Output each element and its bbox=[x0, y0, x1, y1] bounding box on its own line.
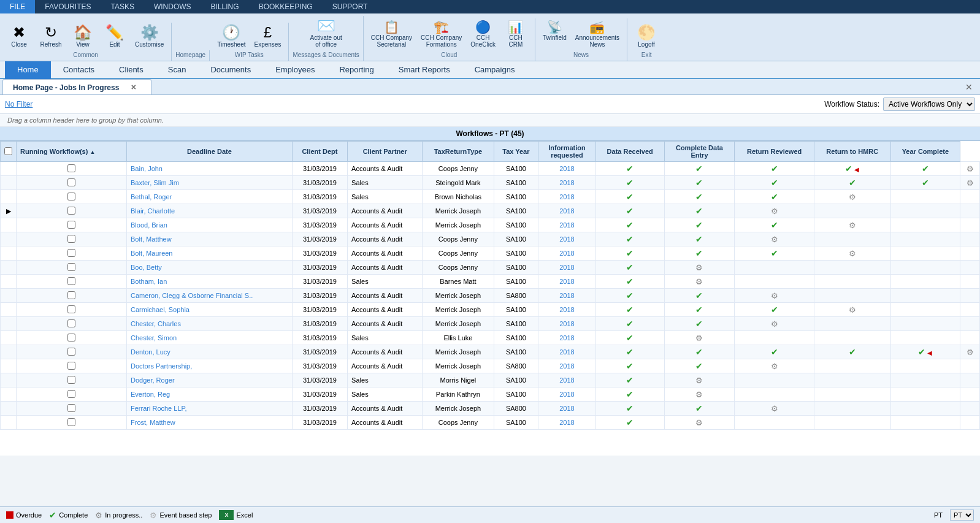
tax-year-link[interactable]: 2018 bbox=[559, 165, 574, 172]
nav-billing[interactable]: BILLING bbox=[201, 0, 249, 13]
nav-support[interactable]: SUPPORT bbox=[323, 0, 378, 13]
col-data-received[interactable]: Data Received bbox=[595, 142, 664, 162]
row-checkbox[interactable] bbox=[67, 404, 75, 412]
tax-year-link[interactable]: 2018 bbox=[559, 235, 574, 243]
refresh-button[interactable]: ↻ Refresh bbox=[36, 23, 66, 50]
row-checkbox[interactable] bbox=[67, 164, 75, 172]
client-name-link[interactable]: Carmichael, Sophia bbox=[131, 306, 189, 313]
row-checkbox[interactable] bbox=[67, 305, 75, 313]
client-name-link[interactable]: Bethal, Roger bbox=[131, 193, 172, 200]
row-checkbox[interactable] bbox=[67, 418, 75, 426]
main-nav-campaigns[interactable]: Campaigns bbox=[462, 61, 527, 79]
main-nav-scan[interactable]: Scan bbox=[156, 61, 199, 79]
tax-year-link[interactable]: 2018 bbox=[559, 419, 574, 426]
client-name-link[interactable]: Blair, Charlotte bbox=[131, 207, 175, 215]
close-all-tabs-button[interactable]: ✕ bbox=[960, 82, 978, 92]
row-checkbox[interactable] bbox=[67, 362, 75, 370]
tax-year-link[interactable]: 2018 bbox=[559, 362, 574, 370]
no-filter-link[interactable]: No Filter bbox=[5, 100, 33, 109]
tax-year-link[interactable]: 2018 bbox=[559, 376, 574, 384]
col-running-workflow[interactable]: Running Workflow(s) ▲ bbox=[17, 142, 127, 162]
tax-year-link[interactable]: 2018 bbox=[559, 320, 574, 327]
client-name-link[interactable]: Dodger, Roger bbox=[131, 376, 175, 384]
main-nav-documents[interactable]: Documents bbox=[198, 61, 263, 79]
client-name-link[interactable]: Cameron, Clegg & Osborne Financial S.. bbox=[131, 292, 253, 299]
col-information-requested[interactable]: Informationrequested bbox=[538, 142, 595, 162]
client-name-link[interactable]: Chester, Charles bbox=[131, 320, 181, 327]
view-button[interactable]: 🏠 View bbox=[67, 23, 98, 50]
nav-file[interactable]: FILE bbox=[0, 0, 35, 13]
client-name-link[interactable]: Botham, Ian bbox=[131, 278, 167, 285]
main-nav-contacts[interactable]: Contacts bbox=[51, 61, 107, 79]
tax-year-link[interactable]: 2018 bbox=[559, 278, 574, 285]
tax-year-link[interactable]: 2018 bbox=[559, 193, 574, 200]
row-checkbox[interactable] bbox=[67, 319, 75, 327]
client-name-link[interactable]: Frost, Matthew bbox=[131, 419, 175, 426]
row-checkbox[interactable] bbox=[67, 249, 75, 257]
client-name-link[interactable]: Denton, Lucy bbox=[131, 348, 170, 356]
client-name-link[interactable]: Bain, John bbox=[131, 165, 163, 172]
col-client-partner[interactable]: Client Partner bbox=[348, 142, 423, 162]
workflow-status-select[interactable]: Active Workflows Only bbox=[883, 97, 975, 111]
tax-year-link[interactable]: 2018 bbox=[559, 250, 574, 257]
col-deadline-date[interactable]: Deadline Date bbox=[127, 142, 293, 162]
row-checkbox[interactable] bbox=[67, 334, 75, 342]
cch-formations-button[interactable]: 🏗️ CCH CompanyFormations bbox=[417, 18, 465, 50]
row-checkbox[interactable] bbox=[67, 291, 75, 299]
tax-year-link[interactable]: 2018 bbox=[559, 405, 574, 412]
announcements-button[interactable]: 📻 AnnouncementsNews bbox=[572, 18, 623, 50]
edit-button[interactable]: ✏️ Edit bbox=[99, 23, 130, 50]
activate-out-of-office-button[interactable]: ✉️ Activate out of office bbox=[306, 16, 345, 50]
cch-crm-button[interactable]: 📊 CCHCRM bbox=[500, 18, 531, 50]
select-all-checkbox[interactable] bbox=[4, 147, 12, 155]
row-checkbox[interactable] bbox=[67, 193, 75, 200]
client-name-link[interactable]: Bolt, Matthew bbox=[131, 235, 172, 243]
tax-year-link[interactable]: 2018 bbox=[559, 391, 574, 398]
tax-year-link[interactable]: 2018 bbox=[559, 292, 574, 299]
client-name-link[interactable]: Blood, Brian bbox=[131, 221, 167, 229]
row-checkbox[interactable] bbox=[67, 235, 75, 243]
client-name-link[interactable]: Doctors Partnership, bbox=[131, 362, 192, 370]
row-checkbox[interactable] bbox=[67, 221, 75, 229]
client-name-link[interactable]: Ferrari Roche LLP, bbox=[131, 405, 187, 412]
row-checkbox[interactable] bbox=[67, 263, 75, 271]
nav-bookkeeping[interactable]: BOOKKEEPING bbox=[249, 0, 323, 13]
client-name-link[interactable]: Everton, Reg bbox=[131, 391, 170, 398]
client-name-link[interactable]: Bolt, Maureen bbox=[131, 250, 172, 257]
expenses-button[interactable]: £ Expenses bbox=[251, 23, 285, 50]
tax-year-link[interactable]: 2018 bbox=[559, 221, 574, 229]
row-checkbox[interactable] bbox=[67, 277, 75, 285]
main-nav-reporting[interactable]: Reporting bbox=[327, 61, 386, 79]
main-nav-smart-reports[interactable]: Smart Reports bbox=[386, 61, 462, 79]
tab-jobs-in-progress[interactable]: Home Page - Jobs In Progress × bbox=[2, 79, 151, 94]
client-name-link[interactable]: Boo, Betty bbox=[131, 264, 162, 271]
twinfield-button[interactable]: 📡 Twinfield bbox=[539, 18, 570, 50]
nav-tasks[interactable]: TASKS bbox=[101, 0, 144, 13]
col-complete-data-entry[interactable]: Complete DataEntry bbox=[664, 142, 734, 162]
cch-oneclick-button[interactable]: 🔵 CCHOneClick bbox=[467, 18, 499, 50]
col-tax-return-type[interactable]: TaxReturnType bbox=[423, 142, 494, 162]
nav-favourites[interactable]: FAVOURITES bbox=[35, 0, 101, 13]
col-return-to-hmrc[interactable]: Return to HMRC bbox=[814, 142, 890, 162]
cch-secretarial-button[interactable]: 📋 CCH CompanySecretarial bbox=[367, 18, 416, 50]
row-checkbox[interactable] bbox=[67, 348, 75, 356]
row-checkbox[interactable] bbox=[67, 178, 75, 186]
tax-year-link[interactable]: 2018 bbox=[559, 334, 574, 342]
customise-button[interactable]: ⚙️ Customise bbox=[131, 23, 167, 50]
main-nav-clients[interactable]: Clients bbox=[107, 61, 156, 79]
row-checkbox[interactable] bbox=[67, 390, 75, 398]
workflows-table-container[interactable]: Running Workflow(s) ▲ Deadline Date Clie… bbox=[0, 141, 980, 456]
row-checkbox[interactable] bbox=[67, 376, 75, 384]
col-return-reviewed[interactable]: Return Reviewed bbox=[735, 142, 814, 162]
logoff-button[interactable]: 🌕 Logoff bbox=[631, 23, 662, 50]
tax-year-link[interactable]: 2018 bbox=[559, 179, 574, 186]
tax-year-link[interactable]: 2018 bbox=[559, 264, 574, 271]
col-client-dept[interactable]: Client Dept bbox=[292, 142, 347, 162]
tax-year-link[interactable]: 2018 bbox=[559, 207, 574, 215]
row-checkbox[interactable] bbox=[67, 207, 75, 215]
client-name-link[interactable]: Baxter, Slim Jim bbox=[131, 179, 179, 186]
main-nav-home[interactable]: Home bbox=[5, 61, 51, 79]
col-year-complete[interactable]: Year Complete bbox=[890, 142, 960, 162]
nav-windows[interactable]: WINDOWS bbox=[144, 0, 201, 13]
client-name-link[interactable]: Chester, Simon bbox=[131, 334, 177, 342]
